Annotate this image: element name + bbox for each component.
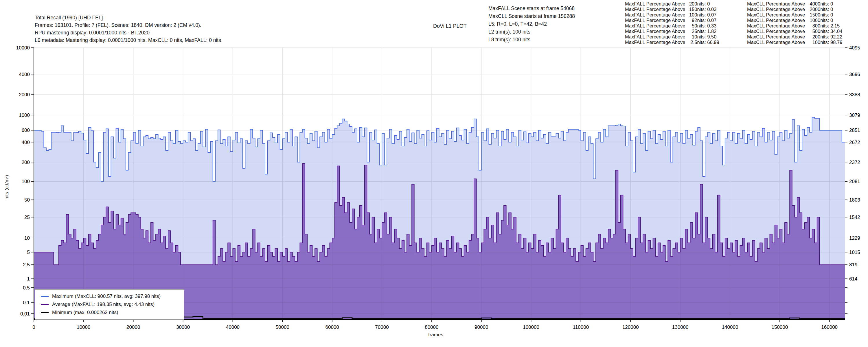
legend-swatch-icon — [41, 296, 49, 297]
y-tick-label-right: 2851 — [849, 128, 860, 133]
y-tick-label-left: 25 — [24, 215, 30, 220]
legend-label: Maximum (MaxCLL: 900.57 nits, avg: 397.9… — [52, 293, 161, 299]
y-tick-label-left: 0.01 — [20, 311, 30, 317]
x-tick-label: 50000 — [276, 324, 289, 330]
x-tick-label: 160000 — [821, 324, 838, 330]
x-tick-label: 80000 — [425, 324, 438, 330]
x-tick-label: 60000 — [325, 324, 339, 330]
y-tick-label-right: 1803 — [849, 197, 860, 203]
x-tick-label: 100000 — [523, 324, 539, 330]
x-tick-label: 130000 — [672, 324, 689, 330]
y-tick-label-right: 1229 — [849, 235, 860, 241]
y-tick-label-right: 3696 — [849, 72, 860, 77]
y-tick-label-left: 600 — [22, 128, 30, 133]
x-tick-label: 0 — [32, 324, 35, 330]
y-tick-label-right: 3079 — [849, 113, 860, 118]
x-tick-label: 150000 — [771, 324, 788, 330]
y-tick-label-left: 0.1 — [23, 300, 30, 305]
x-tick-label: 20000 — [126, 324, 140, 330]
y-tick-label-left: 400 — [22, 140, 30, 145]
y-tick-label-left: 2000 — [19, 92, 30, 97]
legend-label: Minimum (max: 0.000262 nits) — [52, 310, 118, 315]
y-tick-label-left: 2.5 — [23, 262, 30, 267]
y-tick-label-left: 200 — [22, 160, 30, 165]
y-tick-label-left: 4000 — [19, 72, 30, 77]
y-tick-label-right: 2081 — [849, 179, 860, 184]
y-tick-label-left: 5 — [27, 250, 30, 255]
legend-swatch-icon — [41, 304, 49, 305]
dovi-l1-plot-page: Total Recall (1990) [UHD FEL] Frames: 16… — [0, 0, 868, 347]
y-tick-label-left: 100 — [22, 179, 30, 184]
y-tick-label-right: 3388 — [849, 92, 860, 97]
x-tick-label: 90000 — [474, 324, 488, 330]
y-tick-label-right: 614 — [849, 276, 857, 282]
y-tick-label-left: 10 — [24, 235, 30, 241]
x-tick-label: 110000 — [573, 324, 589, 330]
y-tick-label-right: 1015 — [849, 250, 860, 255]
y-tick-label-right: 2372 — [849, 160, 860, 165]
y-tick-label-left: 50 — [24, 197, 30, 203]
y-tick-label-right: 2672 — [849, 140, 860, 145]
y-tick-label-left: 1000 — [19, 113, 30, 118]
x-tick-label: 10000 — [77, 324, 90, 330]
x-tick-label: 70000 — [375, 324, 389, 330]
x-tick-label: 140000 — [722, 324, 738, 330]
legend-item-1: Maximum (MaxCLL: 900.57 nits, avg: 397.9… — [35, 292, 184, 301]
legend-label: Average (MaxFALL: 198.35 nits, avg: 4.43… — [52, 302, 155, 307]
legend-item-3: Minimum (max: 0.000262 nits) — [35, 309, 184, 317]
y-tick-label-left: 0.5 — [23, 285, 30, 291]
y-tick-label-right: 1542 — [849, 215, 860, 220]
x-tick-label: 120000 — [622, 324, 639, 330]
y-tick-label-left: 10000 — [16, 45, 30, 51]
y-tick-label-right: 4095 — [849, 45, 860, 51]
legend-item-2: Average (MaxFALL: 198.35 nits, avg: 4.43… — [35, 301, 184, 309]
legend-box: Maximum (MaxCLL: 900.57 nits, avg: 397.9… — [35, 289, 184, 320]
y-tick-label-right: 819 — [849, 262, 857, 267]
y-tick-label-left: 1 — [27, 276, 30, 282]
x-tick-label: 40000 — [226, 324, 240, 330]
legend-swatch-icon — [41, 312, 49, 313]
x-tick-label: 30000 — [176, 324, 190, 330]
